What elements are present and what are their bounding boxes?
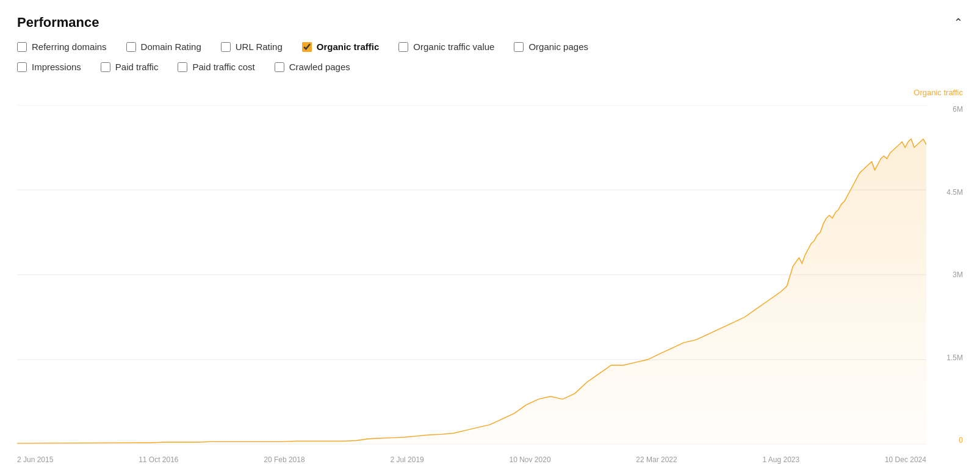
checkbox-ref_domains[interactable] [17,42,27,52]
chart-legend-label: Organic traffic [913,88,963,97]
panel-header: Performance ⌃ [17,15,963,31]
checkbox-paid_traffic_cost[interactable] [178,62,187,72]
checkbox-label-organic_pages: Organic pages [528,42,588,52]
checkbox-organic_traffic[interactable] [302,42,312,52]
checkbox-label-url_rating: URL Rating [236,42,283,52]
checkbox-item-impressions[interactable]: Impressions [17,62,81,72]
checkbox-item-paid_traffic_cost[interactable]: Paid traffic cost [178,62,254,72]
chart-wrapper [17,105,926,444]
checkbox-item-organic_pages[interactable]: Organic pages [514,42,588,52]
y-label-1-5m: 1.5M [946,353,963,362]
checkbox-url_rating[interactable] [221,42,231,52]
checkbox-label-impressions: Impressions [32,62,81,72]
x-label: 1 Aug 2023 [762,455,799,464]
checkbox-item-paid_traffic[interactable]: Paid traffic [101,62,159,72]
checkbox-label-ref_domains: Referring domains [32,42,107,52]
checkbox-item-domain_rating[interactable]: Domain Rating [126,42,201,52]
checkbox-paid_traffic[interactable] [101,62,110,72]
checkbox-label-organic_traffic: Organic traffic [317,42,380,52]
checkbox-label-organic_traffic_value: Organic traffic value [413,42,494,52]
chart-svg [17,105,926,444]
checkbox-organic_traffic_value[interactable] [398,42,408,52]
x-axis: 2 Jun 201511 Oct 201620 Feb 20182 Jul 20… [17,455,926,464]
checkbox-row-1: Referring domainsDomain RatingURL Rating… [17,42,963,58]
chart-area: Organic traffic [17,88,963,464]
y-label-4-5m: 4.5M [946,188,963,197]
checkbox-row-2: ImpressionsPaid trafficPaid traffic cost… [17,62,963,78]
x-label: 22 Mar 2022 [636,455,677,464]
x-label: 2 Jun 2015 [17,455,53,464]
performance-panel: Performance ⌃ Referring domainsDomain Ra… [0,0,980,464]
checkbox-impressions[interactable] [17,62,27,72]
x-label: 10 Dec 2024 [885,455,926,464]
x-label: 10 Nov 2020 [510,455,551,464]
y-label-3m: 3M [953,270,963,279]
checkbox-item-organic_traffic[interactable]: Organic traffic [302,42,380,52]
checkbox-item-crawled_pages[interactable]: Crawled pages [275,62,350,72]
panel-title: Performance [17,15,99,31]
y-axis: 6M 4.5M 3M 1.5M 0 [928,105,963,444]
x-label: 2 Jul 2019 [390,455,423,464]
checkbox-crawled_pages[interactable] [275,62,284,72]
checkbox-item-ref_domains[interactable]: Referring domains [17,42,107,52]
checkbox-label-crawled_pages: Crawled pages [289,62,350,72]
x-label: 20 Feb 2018 [264,455,304,464]
checkbox-label-paid_traffic: Paid traffic [115,62,159,72]
checkbox-domain_rating[interactable] [126,42,136,52]
y-label-0: 0 [959,436,963,444]
collapse-icon[interactable]: ⌃ [954,16,963,29]
checkbox-organic_pages[interactable] [514,42,524,52]
y-label-6m: 6M [953,105,963,114]
checkbox-item-organic_traffic_value[interactable]: Organic traffic value [398,42,494,52]
checkbox-item-url_rating[interactable]: URL Rating [221,42,283,52]
checkbox-label-paid_traffic_cost: Paid traffic cost [192,62,254,72]
x-label: 11 Oct 2016 [139,455,178,464]
checkbox-label-domain_rating: Domain Rating [141,42,201,52]
